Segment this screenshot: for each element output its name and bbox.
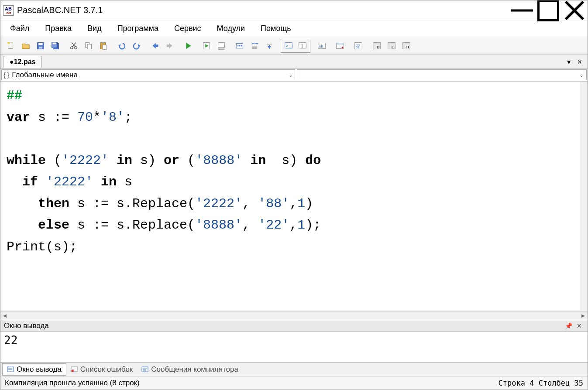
svg-marker-26 [169,43,172,48]
open-file-button[interactable] [19,40,33,52]
tab-close-icon[interactable]: ✕ [574,58,585,65]
file-tab-active[interactable]: ●12.pas [3,56,42,68]
svg-text:>_: >_ [286,43,292,48]
svg-point-6 [7,41,10,44]
menu-view[interactable]: Вид [80,22,109,35]
tab-dropdown-icon[interactable]: ▼ [563,58,574,65]
status-message: Компиляция прошла успешно (8 строк) [5,379,140,387]
nav-back-button[interactable] [148,40,162,52]
toolbar: >_ I ABC± CODE D L R [0,37,588,55]
output-text: 22 [4,334,17,347]
menubar: Файл Правка Вид Программа Сервис Модули … [0,21,588,37]
error-list-icon: ✕ [71,366,78,373]
svg-marker-28 [186,42,191,49]
menu-modules[interactable]: Модули [210,22,252,35]
step-out-button[interactable] [262,40,276,52]
window-title: PascalABC.NET 3.7.1 [17,5,509,15]
chevron-down-icon: ⌄ [289,72,293,78]
output-panel-header: Окно вывода 📌 ✕ [0,320,588,332]
form-button[interactable] [333,40,347,52]
svg-text:R: R [406,44,409,49]
redo-button[interactable] [130,40,144,52]
braces-icon: { } [3,72,9,79]
output-title-label: Окно вывода [4,322,49,330]
svg-point-36 [239,45,241,46]
pin-icon[interactable]: 📌 [563,322,574,329]
menu-help[interactable]: Помощь [254,22,298,35]
design-d-button[interactable]: D [370,40,384,52]
svg-marker-44 [268,46,271,48]
scroll-right-icon[interactable]: ► [579,312,588,319]
design-l-button[interactable]: L [385,40,399,52]
menu-edit[interactable]: Правка [38,22,79,35]
svg-point-37 [241,45,242,46]
bottom-tab-output[interactable]: Окно вывода [2,363,66,376]
menu-file[interactable]: Файл [3,22,36,35]
step-over-button[interactable] [233,40,247,52]
compiler-msg-icon [141,366,148,373]
nav-forward-button[interactable] [163,40,177,52]
design-r-button[interactable]: R [399,40,413,52]
bottom-tab-errors[interactable]: ✕ Список ошибок [66,364,138,375]
code-button[interactable]: CODE [351,40,365,52]
bottom-tab-compiler[interactable]: Сообщения компилятора [137,364,243,375]
svg-rect-21 [103,45,107,49]
abc-button[interactable]: ABC± [315,40,329,52]
svg-text:✕: ✕ [72,369,74,372]
svg-line-15 [72,42,76,47]
bottom-tabbar: Окно вывода ✕ Список ошибок Сообщения ко… [0,363,588,376]
run-button[interactable] [181,40,195,52]
terminal-button[interactable]: >_ [282,40,296,52]
svg-rect-18 [87,44,91,49]
svg-rect-9 [39,46,42,48]
svg-text:DE: DE [356,46,360,49]
text-cursor-button[interactable]: I [296,40,309,52]
scroll-left-icon[interactable]: ◄ [0,312,9,319]
svg-text:L: L [392,44,394,49]
file-tabbar: ●12.pas ▼ ✕ [0,55,588,68]
step-into-button[interactable] [248,40,261,52]
save-button[interactable] [34,40,48,52]
svg-rect-20 [102,41,104,43]
chevron-down-icon: ⌄ [579,72,584,78]
compile-button[interactable] [214,40,228,52]
svg-text:C±: C± [319,43,322,46]
svg-text:I: I [301,43,303,48]
svg-rect-1 [539,0,558,20]
svg-rect-25 [155,44,158,47]
scope-dropdown[interactable]: { } Глобальные имена ⌄ [1,69,295,80]
menu-program[interactable]: Программа [110,22,165,35]
svg-rect-54 [337,43,344,44]
editor-vscrollbar[interactable] [580,82,588,311]
svg-rect-8 [38,43,42,45]
svg-rect-27 [167,44,169,47]
svg-point-14 [75,46,77,49]
svg-text:D: D [377,44,380,49]
run-no-debug-button[interactable] [199,40,213,52]
cut-button[interactable] [67,40,81,52]
panel-close-icon[interactable]: ✕ [574,322,584,329]
svg-rect-12 [53,42,56,44]
code-editor[interactable]: ## var s := 70*'8'; while ('2222' in s) … [0,82,588,311]
undo-button[interactable] [115,40,129,52]
titlebar: AB.net PascalABC.NET 3.7.1 [0,0,588,21]
close-button[interactable] [561,0,588,20]
minimize-button[interactable] [509,0,535,20]
save-all-button[interactable] [48,40,62,52]
copy-button[interactable] [82,40,96,52]
new-file-button[interactable] [4,40,18,52]
output-panel-body[interactable]: 22 [0,332,588,363]
paste-button[interactable] [96,40,110,52]
menu-service[interactable]: Сервис [167,22,208,35]
editor-hscrollbar[interactable]: ◄ ► [0,311,588,320]
member-dropdown[interactable]: ⌄ [297,69,587,80]
svg-point-55 [342,46,344,48]
svg-marker-24 [153,43,156,48]
output-icon [7,366,14,373]
statusbar: Компиляция прошла успешно (8 строк) Стро… [0,376,588,390]
code-navigator: { } Глобальные имена ⌄ ⌄ [0,68,588,82]
scope-label: Глобальные имена [12,71,288,79]
svg-line-16 [72,42,75,47]
svg-rect-31 [218,42,225,47]
maximize-button[interactable] [535,0,561,20]
